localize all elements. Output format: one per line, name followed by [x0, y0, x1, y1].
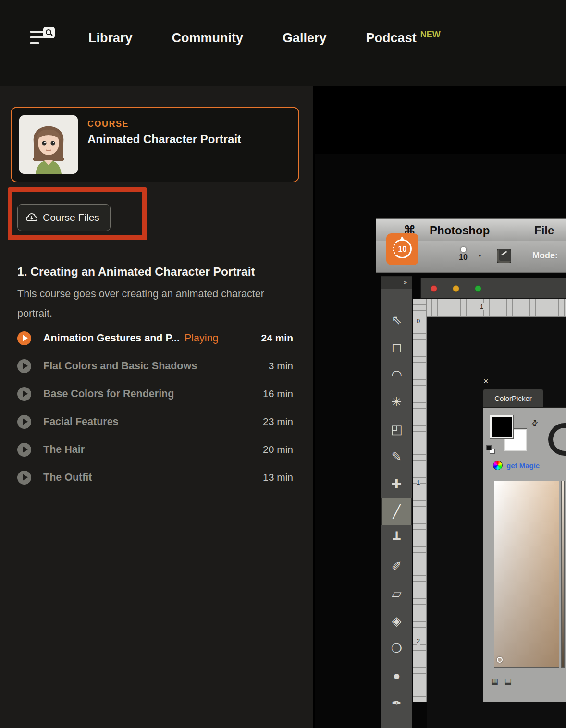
- marquee-tool[interactable]: ◻: [381, 334, 412, 361]
- color-ring-icon: [548, 423, 566, 456]
- lesson-duration: 24 min: [261, 332, 293, 344]
- brush-stamp-icon: [497, 249, 511, 263]
- lesson-list: Animation Gestures and P...Playing 24 mi…: [17, 328, 293, 496]
- ruler-label: 0: [417, 317, 420, 325]
- new-badge: NEW: [420, 30, 441, 39]
- lesson-duration: 23 min: [263, 416, 293, 427]
- cloud-download-icon: [25, 212, 38, 224]
- lesson-row[interactable]: Facial Features 23 min: [17, 412, 293, 440]
- saturation-brightness-field[interactable]: [494, 481, 559, 668]
- eraser-tool[interactable]: ▱: [381, 580, 412, 607]
- grid-icon[interactable]: ▤: [504, 677, 512, 686]
- course-files-label: Course Files: [43, 212, 99, 223]
- default-colors-icon[interactable]: [486, 445, 492, 450]
- paint-bucket-tool[interactable]: ◈: [381, 607, 412, 635]
- app-page: Library Community Gallery PodcastNEW: [0, 0, 566, 728]
- grid-icon[interactable]: ▦: [491, 677, 498, 686]
- video-player[interactable]: ⌘ Photoshop File 10 ▾ Mode: 10 1: [313, 86, 566, 728]
- top-navigation: Library Community Gallery PodcastNEW: [0, 0, 566, 86]
- swap-colors-icon[interactable]: ⇄: [529, 417, 540, 428]
- colorpicker-tab[interactable]: ColorPicker: [483, 389, 543, 407]
- skip-back-10-button[interactable]: 10: [386, 233, 418, 265]
- menu-bar-line: [30, 36, 44, 38]
- toolbox-spacer: [381, 289, 412, 306]
- ruler-label: 2: [417, 637, 420, 645]
- lesson-title: The Hair: [43, 444, 85, 456]
- vertical-ruler: 0 1 2: [413, 299, 427, 702]
- lesson-status-playing: Playing: [185, 332, 219, 344]
- nav-item-library[interactable]: Library: [88, 31, 133, 46]
- course-files-button[interactable]: Course Files: [17, 204, 111, 231]
- move-tool[interactable]: ⇖: [381, 306, 412, 334]
- play-icon[interactable]: [17, 415, 31, 429]
- course-avatar: [19, 115, 78, 174]
- search-icon: [43, 27, 55, 38]
- eyedropper-tool[interactable]: ✎: [381, 443, 412, 471]
- skip-back-seconds: 10: [386, 245, 418, 254]
- lesson-row[interactable]: Base Colors for Rendering 16 min: [17, 384, 293, 412]
- zoom-window-icon[interactable]: [475, 285, 481, 292]
- nav-item-podcast-label: Podcast: [366, 31, 417, 45]
- brush-preview: 10: [453, 245, 474, 269]
- lesson-duration: 20 min: [263, 444, 293, 455]
- colorpicker-panel: ⇄ get Magic ▦ ▤: [483, 407, 566, 702]
- pencil-tool[interactable]: ✐: [381, 553, 412, 580]
- menu-bar-line: [30, 31, 44, 33]
- chapter-description: This course goes over creating an animat…: [17, 284, 281, 324]
- play-icon[interactable]: [17, 471, 31, 485]
- play-icon[interactable]: [17, 387, 31, 401]
- magic-picker-link[interactable]: get Magic: [506, 461, 540, 470]
- options-divider: [476, 246, 476, 267]
- nav-item-community[interactable]: Community: [172, 31, 244, 46]
- foreground-color-swatch[interactable]: [490, 415, 513, 438]
- ruler-label: 1: [417, 478, 420, 486]
- ruler-label: 1: [479, 303, 484, 310]
- photoshop-menu-file: File: [534, 224, 554, 237]
- nav-links: Library Community Gallery PodcastNEW: [88, 30, 441, 46]
- lesson-row[interactable]: The Hair 20 min: [17, 440, 293, 468]
- mode-label: Mode:: [532, 251, 558, 261]
- lasso-tool[interactable]: ◠: [381, 361, 412, 388]
- photoshop-menu-app: Photoshop: [430, 224, 490, 237]
- minimize-window-icon[interactable]: [453, 285, 459, 292]
- color-marker-icon[interactable]: [497, 657, 503, 663]
- nav-item-podcast[interactable]: PodcastNEW: [366, 30, 441, 46]
- lesson-duration: 13 min: [263, 472, 293, 483]
- close-window-icon[interactable]: [431, 285, 437, 292]
- menu-bar-line: [30, 42, 39, 44]
- color-wheel-icon[interactable]: [493, 461, 503, 470]
- magic-wand-tool[interactable]: ✳: [381, 388, 412, 416]
- pen-tool[interactable]: ✒: [381, 690, 412, 717]
- play-icon[interactable]: [17, 359, 31, 373]
- nav-item-gallery[interactable]: Gallery: [283, 31, 327, 46]
- brush-tool[interactable]: ╱: [381, 498, 412, 525]
- close-panel-icon[interactable]: ×: [483, 376, 489, 387]
- blur-tool[interactable]: ❍: [381, 635, 412, 662]
- clone-stamp-tool[interactable]: ┻: [381, 525, 412, 553]
- lesson-row[interactable]: Flat Colors and Basic Shadows 3 min: [17, 356, 293, 384]
- lesson-title: Base Colors for Rendering: [43, 388, 174, 400]
- play-icon[interactable]: [17, 331, 31, 345]
- lesson-title: Facial Features: [43, 416, 119, 428]
- lesson-row-active[interactable]: Animation Gestures and P...Playing 24 mi…: [17, 328, 293, 356]
- lesson-title: The Outfit: [43, 472, 92, 484]
- crop-tool[interactable]: ◰: [381, 416, 412, 443]
- value-slider[interactable]: [561, 481, 565, 668]
- sponge-tool[interactable]: ●: [381, 662, 412, 690]
- course-card[interactable]: COURSE Animated Character Portrait: [11, 107, 299, 182]
- brush-tip-icon: [461, 247, 466, 252]
- healing-brush-tool[interactable]: ✚: [381, 471, 412, 498]
- play-icon[interactable]: [17, 443, 31, 457]
- chapter-title: 1. Creating an Animated Character Portra…: [17, 265, 255, 279]
- chevron-down-icon: ▾: [479, 253, 481, 259]
- course-title: Animated Character Portrait: [87, 133, 241, 146]
- lesson-row[interactable]: The Outfit 13 min: [17, 468, 293, 496]
- course-sidebar: COURSE Animated Character Portrait Cours…: [0, 86, 313, 728]
- menu-search-icon[interactable]: [30, 28, 55, 49]
- document-titlebar: [420, 278, 566, 299]
- photoshop-toolbox: » ⇖ ◻ ◠ ✳ ◰ ✎ ✚ ╱ ┻ ✐ ▱ ◈ ❍ ● ✒: [381, 276, 412, 728]
- lesson-duration: 16 min: [263, 388, 293, 400]
- toolbox-collapse-icon[interactable]: »: [381, 277, 412, 289]
- brush-size-value: 10: [459, 253, 468, 261]
- lesson-title: Animation Gestures and P...: [43, 332, 180, 344]
